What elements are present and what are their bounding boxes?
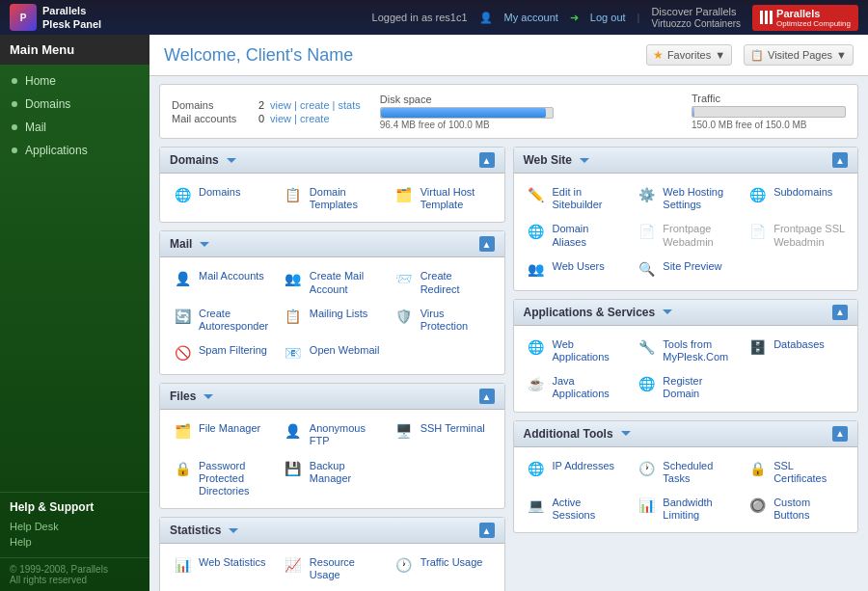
- site-preview[interactable]: 🔍 Site Preview: [632, 255, 739, 282]
- spam-icon: 🚫: [172, 342, 193, 363]
- apps-collapse[interactable]: ▲: [832, 305, 848, 320]
- statistics-collapse[interactable]: ▲: [479, 523, 495, 538]
- arrow-icon: ➜: [570, 12, 579, 24]
- domains-grid: 🌐 Domains 📋 Domain Templates 🗂️ Virtual …: [168, 181, 497, 214]
- tools-myplesk[interactable]: 🔧 Tools from MyPlesk.Com: [632, 334, 739, 366]
- mail-section: Mail ▲ 👤 Mail Accounts 👥: [159, 230, 505, 375]
- user-icon: 👤: [479, 12, 493, 24]
- website-body: ✏️ Edit in Sitebuilder ⚙️ Web Hosting Se…: [514, 174, 858, 290]
- register-domain[interactable]: 🌐 Register Domain: [632, 370, 739, 403]
- web-statistics[interactable]: 📊 Web Statistics: [168, 551, 275, 584]
- traffic-icon: 🕐: [393, 554, 415, 576]
- my-account-link[interactable]: My account: [504, 12, 558, 23]
- parallels-bars: [760, 11, 773, 24]
- disk-space-stat: Disk space 96.4 MB free of 100.0 MB: [380, 94, 672, 130]
- logo-text: Parallels Plesk Panel: [42, 4, 101, 32]
- redirect-icon: 📨: [393, 268, 415, 289]
- virus-icon: 🛡️: [393, 306, 415, 327]
- domains-item-domains[interactable]: 🌐 Domains: [168, 181, 275, 214]
- mail-section-header: Mail ▲: [160, 231, 504, 257]
- custom-buttons[interactable]: 🔘 Custom Buttons: [743, 492, 850, 524]
- traffic-fill: [692, 107, 694, 117]
- tools-body: 🌐 IP Addresses 🕐 Scheduled Tasks 🔒 SSL C…: [514, 447, 858, 533]
- mail-title: Mail: [170, 237, 209, 251]
- mail-links[interactable]: view | create: [270, 113, 330, 124]
- statistics-header: Statistics ▲: [160, 518, 504, 544]
- domains-stat: Domains 2 view | create | stats Mail acc…: [172, 99, 361, 124]
- web-apps-icon: 🌐: [526, 336, 547, 358]
- frontpage-webadmin[interactable]: 📄 Frontpage Webadmin: [632, 218, 739, 251]
- bandwidth-limiting[interactable]: 📊 Bandwidth Limiting: [632, 492, 739, 524]
- edit-sitebuilder[interactable]: ✏️ Edit in Sitebuilder: [522, 181, 629, 214]
- sidebar-item-domains[interactable]: Domains: [0, 93, 149, 116]
- files-arrow: [203, 394, 213, 399]
- ssh-terminal[interactable]: 🖥️ SSH Terminal: [390, 417, 497, 450]
- sidebar-item-mail[interactable]: Mail: [0, 116, 149, 139]
- vhost-icon: 🗂️: [393, 184, 415, 205]
- web-users-icon: 👥: [526, 258, 547, 280]
- resource-usage[interactable]: 📈 Resource Usage: [279, 551, 386, 584]
- scheduled-tasks[interactable]: 🕐 Scheduled Tasks: [632, 455, 739, 488]
- domains-collapse[interactable]: ▲: [479, 152, 495, 168]
- tools-collapse[interactable]: ▲: [832, 426, 848, 442]
- ip-addresses[interactable]: 🌐 IP Addresses: [522, 455, 629, 488]
- tools-section: Additional Tools ▲ 🌐 IP Addresses: [513, 420, 859, 534]
- website-collapse[interactable]: ▲: [832, 152, 848, 168]
- password-directories[interactable]: 🔒 Password Protected Directories: [168, 455, 275, 501]
- user-info: Logged in as res1c1: [372, 12, 468, 23]
- create-mail-account[interactable]: 👥 Create Mail Account: [279, 265, 386, 298]
- domains-links[interactable]: view | create | stats: [270, 99, 361, 111]
- virus-protection[interactable]: 🛡️ Virus Protection: [390, 303, 497, 336]
- create-autoresponder[interactable]: 🔄 Create Autoresponder: [168, 303, 275, 336]
- domains-item-templates[interactable]: 📋 Domain Templates: [279, 181, 386, 214]
- domain-aliases[interactable]: 🌐 Domain Aliases: [522, 218, 629, 251]
- visited-pages-button[interactable]: 📋 Visited Pages ▼: [744, 44, 854, 66]
- traffic-usage[interactable]: 🕐 Traffic Usage: [390, 551, 497, 584]
- subdomains-icon: 🌐: [746, 184, 768, 205]
- sidebar-help-desk[interactable]: Help Desk: [10, 519, 140, 534]
- parallels-logo-badge: Parallels Optimized Computing: [752, 5, 858, 31]
- sidebar-item-home[interactable]: Home: [0, 69, 149, 93]
- java-applications[interactable]: ☕ Java Applications: [522, 370, 629, 403]
- anonymous-ftp[interactable]: 👤 Anonymous FTP: [279, 417, 386, 450]
- log-out-link[interactable]: Log out: [590, 12, 626, 23]
- backup-manager[interactable]: 💾 Backup Manager: [279, 455, 386, 501]
- visited-icon: 📋: [750, 49, 764, 62]
- disk-fill: [381, 108, 546, 118]
- spam-filtering[interactable]: 🚫 Spam Filtering: [168, 339, 275, 366]
- register-domain-icon: 🌐: [636, 373, 657, 394]
- ssh-icon: 🖥️: [393, 420, 415, 442]
- apps-header: Applications & Services ▲: [514, 300, 858, 326]
- sidebar-copyright: © 1999-2008, Parallels All rights reserv…: [0, 557, 149, 591]
- mailing-lists[interactable]: 📋 Mailing Lists: [279, 303, 386, 336]
- mail-accounts[interactable]: 👤 Mail Accounts: [168, 265, 275, 298]
- frontpage-ssl[interactable]: 📄 Frontpage SSL Webadmin: [743, 218, 850, 251]
- apps-body: 🌐 Web Applications 🔧 Tools from MyPlesk.…: [514, 326, 858, 412]
- open-webmail[interactable]: 📧 Open Webmail: [279, 339, 386, 366]
- sidebar-item-applications[interactable]: Applications: [0, 139, 149, 162]
- java-icon: ☕: [526, 373, 547, 394]
- file-manager-icon: 🗂️: [172, 420, 193, 442]
- file-manager[interactable]: 🗂️ File Manager: [168, 417, 275, 450]
- create-mail-icon: 👥: [283, 268, 304, 289]
- databases[interactable]: 🗄️ Databases: [743, 334, 850, 366]
- subdomains[interactable]: 🌐 Subdomains: [743, 181, 850, 214]
- web-hosting-settings[interactable]: ⚙️ Web Hosting Settings: [632, 181, 739, 214]
- traffic-bar: [692, 106, 846, 118]
- mail-collapse[interactable]: ▲: [479, 236, 495, 252]
- star-icon: ★: [653, 48, 664, 62]
- website-title: Web Site: [524, 153, 589, 167]
- web-users[interactable]: 👥 Web Users: [522, 255, 629, 282]
- stats-bar: Domains 2 view | create | stats Mail acc…: [159, 84, 858, 139]
- files-collapse[interactable]: ▲: [479, 389, 495, 404]
- topbar: P Parallels Plesk Panel Logged in as res…: [0, 0, 868, 35]
- domains-item-vhost[interactable]: 🗂️ Virtual Host Template: [390, 181, 497, 214]
- create-redirect[interactable]: 📨 Create Redirect: [390, 265, 497, 298]
- sidebar-help[interactable]: Help: [10, 534, 140, 550]
- ssl-certificates[interactable]: 🔒 SSL Certificates: [743, 455, 850, 488]
- content[interactable]: Welcome, Client's Name ★ Favorites ▼ 📋 V…: [149, 35, 868, 591]
- web-applications[interactable]: 🌐 Web Applications: [522, 334, 629, 366]
- active-sessions[interactable]: 💻 Active Sessions: [522, 492, 629, 524]
- visited-arrow: ▼: [836, 49, 847, 61]
- favorites-button[interactable]: ★ Favorites ▼: [646, 44, 732, 66]
